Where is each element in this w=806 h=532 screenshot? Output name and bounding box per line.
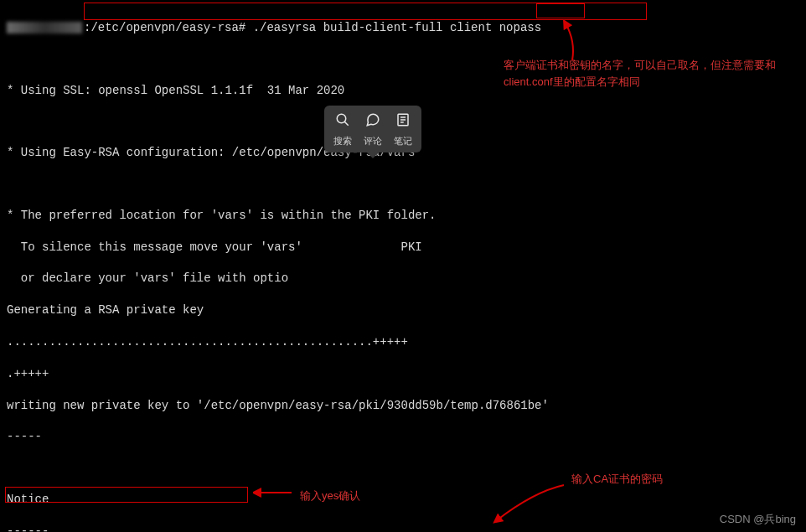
annotation-client-name: 客户端证书和密钥的名字，可以自己取名，但注意需要和 client.conf里的配…	[504, 57, 797, 90]
svg-point-1	[337, 114, 346, 123]
vars-pref-line: * The preferred location for 'vars' is w…	[7, 208, 799, 224]
silence-line: To silence this message move your 'vars'…	[7, 240, 799, 256]
tooltip-note-label: 笔记	[394, 135, 412, 147]
command-text: ./easyrsa build-client-full client nopas…	[253, 21, 541, 34]
progress-1: ........................................…	[7, 334, 799, 350]
comment-icon	[365, 112, 380, 132]
tooltip-comment-button[interactable]: 评论	[359, 112, 386, 147]
annotation-yes-confirm: 输入yes确认	[300, 488, 360, 504]
context-tooltip: 搜索 评论 笔记	[324, 106, 421, 152]
generating-line: Generating a RSA private key	[7, 302, 799, 318]
prompt-line: :/etc/openvpn/easy-rsa# ./easyrsa build-…	[7, 20, 799, 36]
watermark: CSDN @兵bing	[720, 512, 796, 527]
notice-header: Notice	[7, 492, 799, 508]
tooltip-note-button[interactable]: 笔记	[390, 112, 416, 147]
prompt-path: :/etc/openvpn/easy-rsa#	[84, 21, 245, 34]
divider-1: -----	[7, 429, 799, 445]
tooltip-comment-label: 评论	[364, 135, 382, 147]
annotation-client-name-line1: 客户端证书和密钥的名字，可以自己取名，但注意需要和	[504, 57, 797, 74]
writing-key-line: writing new private key to '/etc/openvpn…	[7, 398, 799, 414]
note-icon	[395, 112, 411, 132]
svg-line-2	[344, 121, 349, 126]
notice-divider: ------	[7, 524, 799, 532]
tooltip-search-button[interactable]: 搜索	[329, 112, 356, 147]
blurred-hostname	[7, 22, 82, 34]
annotation-client-name-line2: client.conf里的配置名字相同	[504, 74, 797, 90]
progress-2: .+++++	[7, 366, 799, 382]
declare-line: or declare your 'vars' file with optio	[7, 271, 799, 287]
tooltip-search-label: 搜索	[333, 135, 352, 147]
search-icon	[335, 112, 350, 132]
annotation-ca-password: 输入CA证书的密码	[571, 471, 663, 488]
